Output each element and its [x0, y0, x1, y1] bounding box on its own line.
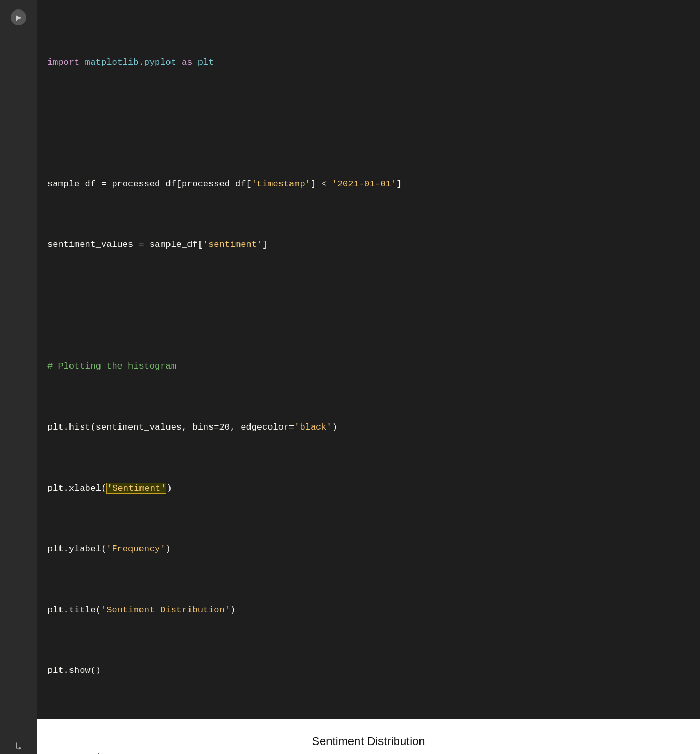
chart-container: Sentiment Distribution Frequency 0 50 10…: [47, 729, 689, 754]
code-line-6: # Plotting the histogram: [47, 359, 689, 374]
output-gutter: ↳: [0, 719, 37, 754]
output-cell: ↳ Sentiment Distribution Frequency 0 50 …: [0, 719, 700, 754]
run-button[interactable]: ▶: [11, 9, 26, 25]
keyword-import: import: [47, 57, 79, 67]
chart-title: Sentiment Distribution: [58, 735, 679, 748]
library-name: matplotlib.pyplot: [85, 57, 176, 67]
code-line-blank-1: [47, 116, 689, 131]
code-line-8: plt.xlabel('Sentiment'): [47, 481, 689, 497]
cell-gutter: ▶: [0, 0, 37, 719]
xlabel-highlighted: 'Sentiment': [106, 483, 166, 494]
code-line-4: sentiment_values = sample_df['sentiment'…: [47, 237, 689, 253]
output-icon: ↳: [15, 740, 22, 753]
code-line-10: plt.title('Sentiment Distribution'): [47, 603, 689, 618]
code-line-1: import matplotlib.pyplot as plt: [47, 55, 689, 71]
code-line-9: plt.ylabel('Frequency'): [47, 542, 689, 557]
code-line-blank-2: [47, 299, 689, 314]
code-cell: ▶ import matplotlib.pyplot as plt sample…: [0, 0, 700, 719]
code-line-7: plt.hist(sentiment_values, bins=20, edge…: [47, 420, 689, 435]
code-block: import matplotlib.pyplot as plt sample_d…: [47, 9, 689, 709]
code-line-11: plt.show(): [47, 663, 689, 679]
output-content: Sentiment Distribution Frequency 0 50 10…: [37, 719, 700, 754]
keyword-as: as: [182, 57, 192, 67]
alias-plt: plt: [198, 57, 214, 67]
code-content: import matplotlib.pyplot as plt sample_d…: [37, 0, 700, 719]
code-line-3: sample_df = processed_df[processed_df['t…: [47, 177, 689, 192]
